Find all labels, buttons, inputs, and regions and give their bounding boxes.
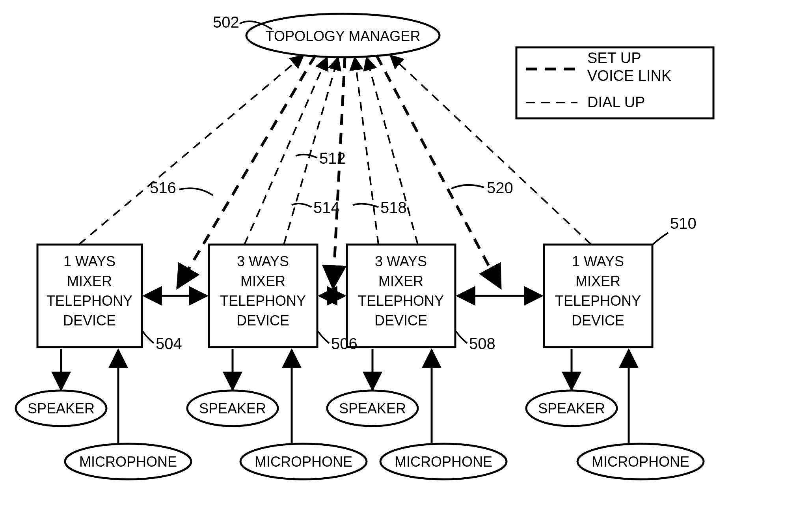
svg-text:504: 504 xyxy=(156,335,182,352)
device-508: 3 WAYS MIXER TELEPHONY DEVICE xyxy=(347,245,455,347)
svg-text:502: 502 xyxy=(213,13,239,31)
speaker-510: SPEAKER xyxy=(526,349,617,426)
legend-dialup: DIAL UP xyxy=(587,94,645,110)
svg-text:1 WAYS: 1 WAYS xyxy=(63,253,115,269)
speaker-504: SPEAKER xyxy=(16,349,106,426)
svg-text:SPEAKER: SPEAKER xyxy=(538,400,605,417)
svg-text:518: 518 xyxy=(380,199,407,216)
ref-508: 508 xyxy=(456,331,495,352)
svg-text:MICROPHONE: MICROPHONE xyxy=(255,454,352,470)
svg-text:MICROPHONE: MICROPHONE xyxy=(79,454,177,470)
svg-text:MIXER: MIXER xyxy=(378,273,423,289)
ref-516: 516 xyxy=(150,179,213,196)
svg-text:TELEPHONY: TELEPHONY xyxy=(47,293,132,309)
svg-text:SPEAKER: SPEAKER xyxy=(339,400,406,417)
svg-text:516: 516 xyxy=(150,179,176,196)
svg-text:3 WAYS: 3 WAYS xyxy=(237,253,289,269)
dialup-504 xyxy=(79,55,304,245)
speaker-508: SPEAKER xyxy=(327,349,418,426)
svg-text:514: 514 xyxy=(313,199,340,216)
legend-setup-line2: VOICE LINK xyxy=(587,67,671,84)
speaker-506: SPEAKER xyxy=(187,349,278,426)
svg-text:510: 510 xyxy=(670,215,697,232)
ref-512: 512 xyxy=(296,150,346,167)
topology-manager-label: TOPOLOGY MANAGER xyxy=(266,28,421,44)
legend: SET UP VOICE LINK DIAL UP xyxy=(516,47,713,118)
svg-text:MICROPHONE: MICROPHONE xyxy=(592,454,689,470)
svg-text:DEVICE: DEVICE xyxy=(63,312,116,329)
ref-514: 514 xyxy=(292,199,340,216)
svg-text:MIXER: MIXER xyxy=(240,273,285,289)
svg-text:TELEPHONY: TELEPHONY xyxy=(358,293,444,309)
ref-506: 506 xyxy=(318,331,358,352)
svg-text:506: 506 xyxy=(331,335,358,352)
svg-text:520: 520 xyxy=(487,179,513,196)
svg-text:MICROPHONE: MICROPHONE xyxy=(395,454,492,470)
device-510: 1 WAYS MIXER TELEPHONY DEVICE xyxy=(544,245,652,347)
legend-setup-line1: SET UP xyxy=(587,50,641,66)
svg-text:3 WAYS: 3 WAYS xyxy=(375,253,427,269)
topology-manager: TOPOLOGY MANAGER xyxy=(246,14,440,57)
svg-text:TELEPHONY: TELEPHONY xyxy=(220,293,306,309)
dialup-508b xyxy=(367,57,418,245)
dialup-510 xyxy=(390,55,591,245)
svg-text:MIXER: MIXER xyxy=(67,273,112,289)
svg-text:TELEPHONY: TELEPHONY xyxy=(555,293,641,309)
svg-text:DEVICE: DEVICE xyxy=(572,312,624,329)
ref-520: 520 xyxy=(451,179,513,196)
svg-text:MIXER: MIXER xyxy=(575,273,620,289)
svg-text:SPEAKER: SPEAKER xyxy=(28,400,95,417)
svg-text:1 WAYS: 1 WAYS xyxy=(572,253,624,269)
ref-502: 502 xyxy=(213,13,272,31)
device-506: 3 WAYS MIXER TELEPHONY DEVICE xyxy=(209,245,317,347)
dialup-506a xyxy=(244,57,327,245)
ref-510: 510 xyxy=(653,215,697,245)
svg-text:DEVICE: DEVICE xyxy=(374,312,427,329)
svg-text:508: 508 xyxy=(469,335,495,352)
device-504: 1 WAYS MIXER TELEPHONY DEVICE xyxy=(37,245,142,347)
setup-518 xyxy=(333,57,345,288)
ref-518: 518 xyxy=(353,199,407,216)
svg-text:DEVICE: DEVICE xyxy=(237,312,289,329)
svg-text:512: 512 xyxy=(319,150,346,167)
ref-504: 504 xyxy=(143,331,182,352)
svg-text:SPEAKER: SPEAKER xyxy=(199,400,266,417)
